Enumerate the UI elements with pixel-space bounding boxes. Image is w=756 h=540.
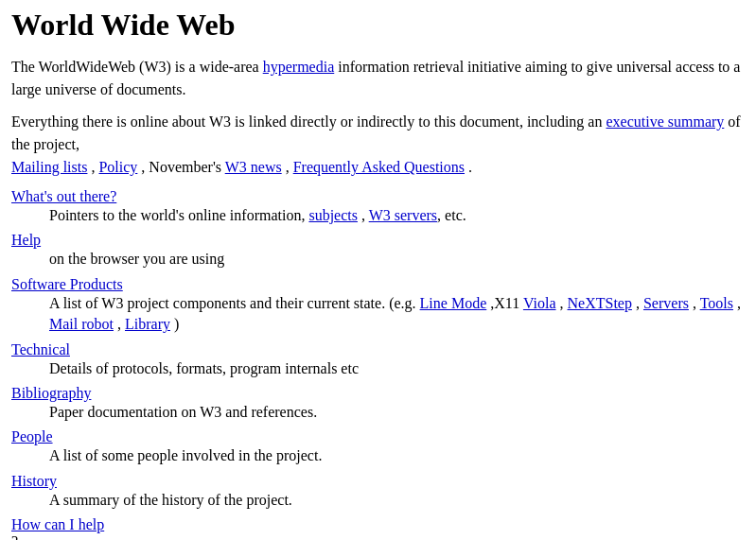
section-desc-history: A summary of the history of the project.	[49, 490, 745, 511]
intro2-text-nov: , November's	[137, 159, 224, 175]
section-link-technical[interactable]: Technical	[11, 341, 745, 358]
intro2-end: .	[465, 159, 472, 175]
section-link-people[interactable]: People	[11, 428, 745, 445]
inline-link-line-mode[interactable]: Line Mode	[420, 295, 487, 311]
inline-link-nextstep[interactable]: NeXTStep	[568, 295, 632, 311]
faq-link[interactable]: Frequently Asked Questions	[293, 159, 465, 175]
section-link-whats-out-there[interactable]: What's out there?	[11, 188, 745, 205]
executive-summary-link[interactable]: executive summary	[606, 113, 724, 130]
section-how-can-i-help: How can I help ?If you would like to sup…	[11, 516, 745, 540]
section-software-products: Software ProductsA list of W3 project co…	[11, 276, 745, 336]
inline-link-servers[interactable]: Servers	[643, 295, 689, 311]
section-link-how-can-i-help[interactable]: How can I help	[11, 516, 745, 533]
section-people: PeopleA list of some people involved in …	[11, 428, 745, 466]
inline-link-library[interactable]: Library	[125, 316, 170, 332]
intro-paragraph-2: Everything there is online about W3 is l…	[11, 111, 745, 179]
intro2-text-before: Everything there is online about W3 is l…	[11, 113, 606, 130]
section-link-help[interactable]: Help	[11, 232, 745, 249]
sep1: ,	[87, 159, 98, 175]
section-desc-people: A list of some people involved in the pr…	[49, 445, 745, 466]
section-link-bibliography[interactable]: Bibliography	[11, 385, 745, 402]
intro1-before-link: The WorldWideWeb (W3) is a wide-area	[11, 59, 263, 75]
section-technical: TechnicalDetails of protocols, formats, …	[11, 341, 745, 379]
inline-link-tools[interactable]: Tools	[700, 295, 733, 311]
policy-link[interactable]: Policy	[98, 159, 137, 175]
page-title: World Wide Web	[11, 8, 745, 43]
section-desc-bibliography: Paper documentation on W3 and references…	[49, 402, 745, 423]
sep2: ,	[282, 159, 293, 175]
inline-link-viola[interactable]: Viola	[523, 295, 556, 311]
inline-link-subjects[interactable]: subjects	[308, 207, 358, 223]
section-help: Helpon the browser you are using	[11, 232, 745, 270]
section-desc-software-products: A list of W3 project components and thei…	[49, 293, 745, 336]
section-link-history[interactable]: History	[11, 473, 745, 490]
section-link-software-products[interactable]: Software Products	[11, 276, 745, 293]
intro-paragraph-1: The WorldWideWeb (W3) is a wide-area hyp…	[11, 56, 745, 101]
inline-link-w3-servers[interactable]: W3 servers	[369, 207, 437, 223]
section-whats-out-there: What's out there?Pointers to the world's…	[11, 188, 745, 226]
section-history: HistoryA summary of the history of the p…	[11, 473, 745, 511]
hypermedia-link[interactable]: hypermedia	[263, 59, 335, 75]
section-bibliography: BibliographyPaper documentation on W3 an…	[11, 385, 745, 423]
w3-news-link[interactable]: W3 news	[225, 159, 282, 175]
inline-link-mail-robot[interactable]: Mail robot	[49, 316, 114, 332]
section-desc-help: on the browser you are using	[49, 249, 745, 270]
section-desc-whats-out-there: Pointers to the world's online informati…	[49, 205, 745, 226]
sections-container: What's out there?Pointers to the world's…	[11, 188, 745, 540]
mailing-lists-link[interactable]: Mailing lists	[11, 159, 87, 175]
section-desc-technical: Details of protocols, formats, program i…	[49, 358, 745, 379]
